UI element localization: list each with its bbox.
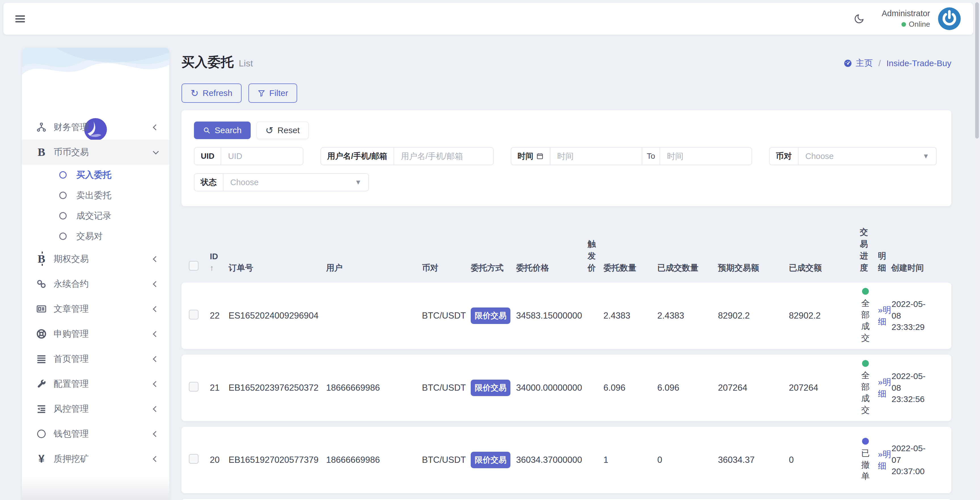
row-checkbox[interactable] bbox=[189, 382, 199, 391]
sidebar-subitem-label: 交易对 bbox=[76, 230, 103, 242]
col-trigger: 触发价 bbox=[587, 238, 603, 275]
col-created: 创建时间 bbox=[891, 262, 944, 275]
breadcrumb-current[interactable]: Inside-Trade-Buy bbox=[886, 59, 951, 68]
table-row: 21 EB1652023976250372 18666669986 BTC/US… bbox=[181, 355, 951, 421]
circle-icon bbox=[35, 430, 48, 438]
cell-pair: BTC/USDT bbox=[422, 383, 471, 393]
col-expected: 预期交易额 bbox=[718, 262, 789, 275]
row-checkbox[interactable] bbox=[189, 310, 199, 319]
status-dot bbox=[862, 288, 869, 295]
status-badge: 全部成交 bbox=[860, 360, 871, 416]
cell-created: 2022-05-08 23:33:29 bbox=[891, 299, 934, 333]
chevron-left-icon bbox=[153, 281, 159, 287]
caret-down-icon: ▼ bbox=[355, 178, 361, 186]
sidebar-item-label: 文章管理 bbox=[54, 303, 89, 315]
cell-turnover: 0 bbox=[789, 455, 860, 465]
sidebar-item-config[interactable]: 配置管理 bbox=[22, 371, 169, 396]
online-status-dot bbox=[902, 22, 906, 27]
sidebar-subitem-sell-orders[interactable]: 卖出委托 bbox=[22, 185, 169, 206]
sidebar-item-perpetual[interactable]: 永续合约 bbox=[22, 272, 169, 296]
cell-id: 22 bbox=[210, 311, 229, 321]
sidebar-item-staking[interactable]: ¥ 质押挖矿 bbox=[22, 446, 169, 471]
circle-icon bbox=[59, 212, 67, 219]
table-row: 22 ES1652024009296904 BTC/USDT 限价交易 3458… bbox=[181, 283, 951, 349]
cell-expected: 345837.5 bbox=[718, 499, 789, 500]
uid-label: UID bbox=[194, 148, 221, 165]
refresh-button[interactable]: ↻ Refresh bbox=[181, 83, 242, 103]
cell-pair: BTC/USDT bbox=[422, 455, 471, 465]
cell-trigger bbox=[587, 499, 603, 500]
sidebar-item-risk-control[interactable]: 风控管理 bbox=[22, 396, 169, 421]
sidebar-item-wallet[interactable]: 钱包管理 bbox=[22, 421, 169, 446]
sidebar-item-label: 首页管理 bbox=[54, 353, 89, 365]
chevron-left-icon bbox=[153, 256, 159, 262]
col-progress: 交易进度 bbox=[860, 226, 878, 275]
reset-icon: ↺ bbox=[266, 126, 274, 135]
page-title: 买入委托 bbox=[181, 54, 234, 69]
filter-button[interactable]: Filter bbox=[248, 83, 298, 103]
user-input[interactable] bbox=[401, 152, 486, 161]
status-select[interactable]: Choose ▼ bbox=[223, 174, 368, 191]
sidebar-item-label: 期权交易 bbox=[54, 253, 89, 265]
cell-id: 19 bbox=[210, 499, 229, 500]
wrench-icon bbox=[35, 379, 48, 389]
sidebar: NFC 财务管理 B 币币交易 买入委托 卖出委托 bbox=[22, 48, 169, 500]
time-from-input[interactable] bbox=[557, 152, 635, 161]
search-button[interactable]: Search bbox=[194, 121, 251, 139]
sidebar-subitem-trade-records[interactable]: 成交记录 bbox=[22, 206, 169, 226]
sidebar-subitem-buy-orders[interactable]: 买入委托 bbox=[22, 165, 169, 185]
cell-amount: 1 bbox=[603, 455, 657, 465]
newspaper-icon bbox=[35, 303, 48, 315]
user-meta: Administrator Online bbox=[881, 9, 930, 29]
cell-order: EB1651918091636954 bbox=[229, 499, 326, 500]
sidebar-item-articles[interactable]: 文章管理 bbox=[22, 296, 169, 321]
chevron-left-icon bbox=[153, 331, 159, 337]
main-content: 买入委托List 主页 / Inside-Trade-Buy ↻ Re bbox=[181, 48, 951, 500]
user-name: Administrator bbox=[881, 9, 930, 18]
scrollbar-thumb[interactable] bbox=[975, 2, 979, 139]
status-field-group: 状态 Choose ▼ bbox=[194, 173, 369, 192]
status-badge: 已撤单 bbox=[860, 438, 871, 482]
detail-link[interactable]: »明细 bbox=[878, 305, 891, 326]
col-price: 委托价格 bbox=[516, 262, 587, 275]
sidebar-item-options-trade[interactable]: B 期权交易 bbox=[22, 246, 169, 272]
col-filled: 已成交数量 bbox=[657, 262, 718, 275]
order-type-badge: 限价交易 bbox=[471, 380, 511, 396]
sidebar-subitem-trading-pairs[interactable]: 交易对 bbox=[22, 226, 169, 246]
sidebar-item-homepage[interactable]: 首页管理 bbox=[22, 347, 169, 371]
avatar[interactable] bbox=[937, 7, 961, 31]
page-subtitle: List bbox=[239, 58, 253, 69]
chevron-left-icon bbox=[153, 124, 159, 130]
user-field-group: 用户名/手机/邮箱 bbox=[320, 147, 494, 165]
order-type-badge: 限价交易 bbox=[471, 452, 511, 468]
cell-price: 36034.37000000 bbox=[516, 455, 587, 465]
chevron-down-icon bbox=[153, 148, 159, 154]
sidebar-subitem-label: 成交记录 bbox=[76, 210, 111, 222]
sidebar-item-label: 申购管理 bbox=[54, 328, 89, 340]
time-to-input[interactable] bbox=[667, 152, 745, 161]
cell-filled: 0 bbox=[657, 455, 718, 465]
cell-pair: BTC/USDT bbox=[422, 311, 471, 321]
dark-mode-toggle[interactable] bbox=[854, 13, 865, 24]
detail-link[interactable]: »明细 bbox=[878, 449, 891, 470]
col-order: 订单号 bbox=[229, 262, 326, 275]
sidebar-item-finance[interactable]: 财务管理 bbox=[22, 123, 169, 140]
breadcrumb: 主页 / Inside-Trade-Buy bbox=[843, 58, 951, 69]
calendar-icon bbox=[536, 152, 544, 160]
sidebar-item-label: 质押挖矿 bbox=[54, 453, 89, 465]
select-all-checkbox[interactable] bbox=[189, 261, 199, 271]
sidebar-item-spot-trade[interactable]: B 币币交易 bbox=[22, 140, 169, 165]
detail-link[interactable]: »明细 bbox=[878, 377, 891, 398]
uid-input[interactable] bbox=[228, 152, 296, 161]
hamburger-menu-icon[interactable] bbox=[15, 14, 25, 24]
row-checkbox[interactable] bbox=[189, 454, 199, 464]
reset-button[interactable]: ↺ Reset bbox=[256, 121, 309, 139]
sidebar-item-subscription[interactable]: 申购管理 bbox=[22, 321, 169, 347]
cell-id: 21 bbox=[210, 383, 229, 393]
cell-turnover: 345837.5 bbox=[789, 499, 860, 500]
chevron-left-icon bbox=[153, 356, 159, 362]
cell-price: 34583.15000000 bbox=[516, 311, 587, 321]
breadcrumb-home[interactable]: 主页 bbox=[843, 58, 873, 69]
sort-asc-icon[interactable]: ↑ bbox=[210, 262, 226, 274]
pair-select[interactable]: Choose ▼ bbox=[799, 148, 936, 165]
